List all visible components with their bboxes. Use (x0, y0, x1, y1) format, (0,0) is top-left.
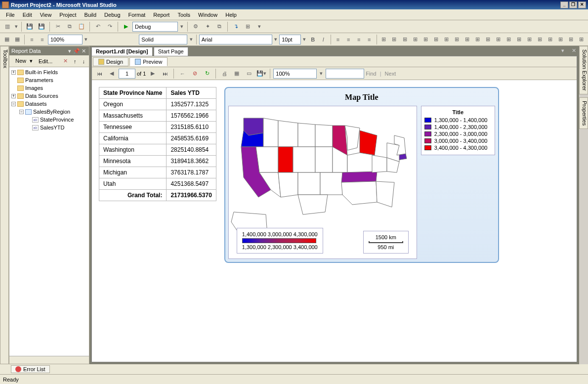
delete-icon[interactable]: ✕ (61, 57, 70, 65)
zoom-combo[interactable] (48, 35, 83, 44)
down-button[interactable]: ▾ (254, 21, 265, 32)
maximize-button[interactable]: ❐ (569, 1, 577, 8)
new-project-button[interactable]: ▥ (2, 21, 13, 32)
report-surface[interactable]: State Province NameSales YTD Oregon13525… (92, 80, 577, 362)
properties-tab[interactable]: Properties (579, 97, 588, 129)
find-next-button[interactable]: Next (385, 71, 396, 77)
layout-btn[interactable]: ⊞ (494, 34, 503, 45)
menu-build[interactable]: Build (81, 11, 100, 19)
font-combo[interactable] (199, 35, 272, 44)
config-dropdown[interactable]: ▾ (179, 21, 185, 32)
menu-debug[interactable]: Debug (100, 11, 124, 19)
paste-button[interactable]: 📋 (76, 21, 87, 32)
preview-zoom[interactable] (273, 69, 317, 79)
report-data-tree[interactable]: +Built-in Fields Parameters Images +Data… (9, 67, 89, 356)
close-button[interactable]: ✕ (578, 1, 586, 8)
tools-button3[interactable]: ⧉ (214, 21, 225, 32)
export-icon[interactable]: 💾▾ (256, 68, 267, 79)
border-style-dropdown[interactable]: ▾ (188, 34, 194, 45)
tree-params[interactable]: Parameters (25, 77, 53, 83)
menu-project[interactable]: Project (55, 11, 80, 19)
prev-page-icon[interactable]: ◀ (106, 68, 117, 79)
tab-report1[interactable]: Report1.rdl [Design] (91, 47, 153, 56)
menu-view[interactable]: View (36, 11, 56, 19)
italic-button[interactable]: I (319, 34, 328, 45)
pin-icon[interactable]: 📌 (73, 48, 80, 54)
layout-btn[interactable]: ⊞ (473, 34, 482, 45)
bold-button[interactable]: B (308, 34, 318, 45)
layout-btn[interactable]: ⊞ (577, 34, 586, 45)
find-input[interactable] (326, 69, 364, 79)
layout-btn[interactable]: ⊞ (421, 34, 430, 45)
layout-btn[interactable]: ⊞ (400, 34, 410, 45)
tree-dataset[interactable]: SalesByRegion (33, 109, 70, 115)
refresh-icon[interactable]: ↻ (202, 68, 212, 79)
indent-button[interactable]: ≡ (27, 34, 37, 45)
tabs-close-icon[interactable]: ✕ (568, 46, 579, 56)
panel-close-icon[interactable]: ✕ (80, 48, 87, 54)
font-dropdown[interactable]: ▾ (273, 34, 279, 45)
next-page-icon[interactable]: ▶ (147, 68, 158, 79)
toolbox-tab[interactable]: Toolbox (0, 46, 9, 364)
step-button[interactable]: ↴ (230, 21, 241, 32)
move-up-icon[interactable]: ↑ (72, 57, 79, 65)
menu-edit[interactable]: Edit (19, 11, 36, 19)
redo-button[interactable]: ↷ (104, 21, 115, 32)
layout-btn[interactable]: ⊞ (462, 34, 472, 45)
map-view[interactable]: 1,400,000 3,000,000 4,300,000 1,300,000 … (228, 106, 417, 259)
back-icon[interactable]: ← (177, 68, 188, 79)
menu-report[interactable]: Report (149, 11, 173, 19)
border-style-combo[interactable] (139, 35, 187, 44)
align-right-button[interactable]: ≡ (354, 34, 364, 45)
font-size-dropdown[interactable]: ▾ (302, 34, 307, 45)
tab-startpage[interactable]: Start Page (154, 47, 188, 56)
page-input[interactable] (119, 69, 135, 79)
tabs-dropdown-icon[interactable]: ▾ (557, 46, 568, 56)
tools-button2[interactable]: ✦ (202, 21, 213, 32)
layout-btn[interactable]: ⊞ (514, 34, 524, 45)
tree-datasets[interactable]: Datasets (25, 101, 46, 107)
tree-images[interactable]: Images (25, 85, 43, 91)
layout-btn[interactable]: ⊞ (483, 34, 493, 45)
tree-sources[interactable]: Data Sources (25, 93, 58, 99)
view-tab-design[interactable]: Design (93, 57, 128, 66)
align-center-button[interactable]: ≡ (344, 34, 353, 45)
tree-field2[interactable]: SalesYTD (40, 125, 65, 130)
align-left-button[interactable]: ≡ (334, 34, 343, 45)
menu-file[interactable]: File (2, 11, 19, 19)
view-tab-preview[interactable]: Preview (129, 57, 168, 66)
minimize-button[interactable]: _ (560, 1, 568, 8)
print-layout-icon[interactable]: ▦ (231, 68, 242, 79)
layout-btn[interactable]: ⊞ (452, 34, 462, 45)
last-page-icon[interactable]: ⏭ (160, 68, 170, 79)
layout-btn[interactable]: ⊞ (525, 34, 534, 45)
font-size-combo[interactable] (279, 35, 301, 44)
menu-tools[interactable]: Tools (173, 11, 194, 19)
error-list-tab[interactable]: Error List (11, 365, 50, 373)
menu-format[interactable]: Format (125, 11, 150, 19)
solution-explorer-tab[interactable]: Solution Explorer (579, 46, 588, 94)
save-all-button[interactable]: 💾 (36, 21, 47, 32)
config-combo[interactable] (132, 22, 178, 32)
move-down-icon[interactable]: ↓ (81, 57, 87, 65)
copy-button[interactable]: ⧉ (64, 21, 75, 32)
page-setup-icon[interactable]: ▭ (244, 68, 254, 79)
save-button[interactable]: 💾 (24, 21, 35, 32)
panel-options-icon[interactable]: ▾ (66, 48, 73, 54)
stop-icon[interactable]: ⊘ (189, 68, 200, 79)
print-icon[interactable]: 🖨 (219, 68, 230, 79)
layout-btn[interactable]: ⊞ (556, 34, 565, 45)
layout-btn[interactable]: ⊞ (389, 34, 399, 45)
layout-btn[interactable]: ⊞ (442, 34, 451, 45)
menu-window[interactable]: Window (194, 11, 221, 19)
layout-btn[interactable]: ⊞ (379, 34, 388, 45)
align-grid1[interactable]: ▦ (2, 34, 11, 45)
layout-btn[interactable]: ⊞ (411, 34, 420, 45)
tree-hscroll[interactable] (9, 356, 89, 364)
menu-help[interactable]: Help (221, 11, 241, 19)
cut-button[interactable]: ✂ (52, 21, 63, 32)
layout-btn[interactable]: ⊞ (504, 34, 513, 45)
undo-button[interactable]: ↶ (92, 21, 103, 32)
outdent-button[interactable]: ≡ (38, 34, 47, 45)
layout-btn[interactable]: ⊞ (566, 34, 576, 45)
